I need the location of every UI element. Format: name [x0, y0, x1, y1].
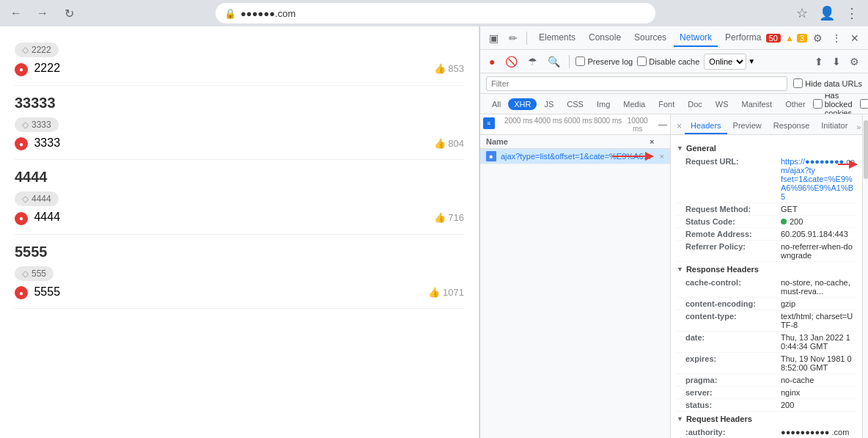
- profile-icon[interactable]: 👤: [817, 3, 837, 23]
- post-count-1: ● 2222: [15, 62, 60, 76]
- clear-button[interactable]: 🚫: [502, 54, 521, 69]
- hide-data-urls-checkbox[interactable]: [793, 79, 803, 88]
- inspect-element-button[interactable]: ▣: [486, 31, 501, 45]
- preserve-log-text: Preserve log: [587, 57, 633, 66]
- post-tags-1: ◇ 2222: [15, 43, 464, 57]
- tab-console[interactable]: Console: [583, 29, 627, 47]
- net-tab-manifest[interactable]: Manifest: [736, 98, 779, 110]
- net-tab-ws[interactable]: WS: [710, 98, 735, 110]
- throttle-select[interactable]: Online: [704, 54, 746, 70]
- detail-tab-response[interactable]: Response: [768, 118, 816, 134]
- network-row[interactable]: ■ ajax?type=list&offset=1&cate=%E9%A6%96…: [480, 149, 670, 164]
- error-badge-1: ●: [15, 63, 28, 76]
- filter-button[interactable]: ☂: [525, 54, 540, 69]
- like-icon-4: 👍: [428, 287, 440, 298]
- settings-button[interactable]: ⚙: [810, 31, 825, 45]
- network-row-close[interactable]: ×: [660, 152, 664, 161]
- post-item-2: 33333 ◇ 3333 ● 3333 👍 804: [15, 86, 464, 161]
- tab-elements[interactable]: Elements: [533, 29, 581, 47]
- net-tab-xhr[interactable]: XHR: [508, 98, 537, 110]
- status-code-label: Status Code:: [685, 217, 781, 226]
- more-options-button[interactable]: ⋮: [828, 31, 845, 45]
- tag-badge-2: ◇ 3333: [15, 117, 59, 132]
- blocked-requests-checkbox[interactable]: [860, 99, 868, 109]
- like-icon-1: 👍: [434, 63, 446, 74]
- detail-content: General Request URL: https://●●●●●●●●.co…: [671, 135, 862, 438]
- device-toolbar-button[interactable]: ✏: [506, 31, 521, 45]
- tab-sources[interactable]: Sources: [628, 29, 672, 47]
- network-settings-button[interactable]: ⚙: [847, 54, 862, 69]
- filter-input[interactable]: [486, 76, 787, 91]
- date-value: Thu, 13 Jan 2022 10:44:34 GMT: [781, 333, 856, 351]
- record-button[interactable]: ●: [486, 54, 498, 69]
- hide-data-urls-label[interactable]: Hide data URLs: [793, 79, 862, 88]
- devtools-toolbar: ▣ ✏ Elements Console Sources Network Per…: [480, 26, 868, 50]
- server-label: server:: [685, 388, 781, 397]
- remote-address-value: 60.205.91.184:443: [781, 230, 856, 238]
- search-button[interactable]: 🔍: [545, 54, 563, 69]
- has-blocked-cookies-text: Has blocked cookies: [825, 94, 853, 114]
- tag-text-4: 555: [32, 269, 46, 279]
- detail-more-tabs[interactable]: »: [853, 120, 862, 134]
- disable-cache-checkbox[interactable]: [637, 56, 647, 66]
- expires-row: expires: Thu, 19 Nov 1981 08:52:00 GMT: [677, 353, 856, 374]
- header-close-btn[interactable]: ×: [650, 137, 664, 146]
- authority-value: ●●●●●●●●●● .com: [781, 428, 856, 437]
- import-button[interactable]: ⬆: [812, 54, 826, 69]
- post-meta-3: ● 4444 👍 716: [15, 211, 464, 225]
- back-button[interactable]: ←: [6, 3, 26, 23]
- error-badge-2: ●: [15, 137, 28, 150]
- pragma-row: pragma: no-cache: [677, 374, 856, 387]
- authority-label: :authority:: [685, 428, 781, 437]
- net-tab-doc[interactable]: Doc: [682, 98, 708, 110]
- detail-close-button[interactable]: ×: [674, 118, 685, 134]
- tag-text-2: 3333: [32, 120, 51, 130]
- detail-tab-headers[interactable]: Headers: [685, 118, 727, 134]
- request-headers-section-header[interactable]: Request Headers: [677, 412, 856, 426]
- address-bar[interactable]: 🔒 ●●●●●●.com: [216, 3, 655, 23]
- request-method-value: GET: [781, 205, 856, 213]
- tab-performance[interactable]: Performance: [719, 29, 762, 47]
- net-tab-media[interactable]: Media: [617, 98, 651, 110]
- forward-button[interactable]: →: [32, 3, 53, 23]
- general-section-header[interactable]: General: [677, 141, 856, 156]
- has-blocked-cookies-checkbox[interactable]: [813, 99, 823, 109]
- count-text-2: 3333: [34, 136, 60, 149]
- timeline-icon: ≡: [483, 117, 495, 129]
- referrer-policy-row: Referrer Policy: no-referrer-when-downgr…: [677, 241, 856, 262]
- scrollbar-thumb[interactable]: [864, 120, 868, 179]
- detail-tab-initiator[interactable]: Initiator: [815, 118, 853, 134]
- disable-cache-label[interactable]: Disable cache: [637, 56, 699, 66]
- remote-address-row: Remote Address: 60.205.91.184:443: [677, 228, 856, 241]
- preserve-log-label[interactable]: Preserve log: [575, 56, 633, 66]
- blocked-requests-label[interactable]: Blocked Requests: [860, 95, 868, 113]
- reload-button[interactable]: ↻: [59, 3, 79, 23]
- timeline-label-3: 6000 ms: [563, 117, 593, 133]
- export-button[interactable]: ⬇: [829, 54, 844, 69]
- post-item-4: 5555 ◇ 555 ● 5555 👍 1071: [15, 235, 464, 310]
- remote-address-label: Remote Address:: [685, 230, 781, 238]
- net-tab-other[interactable]: Other: [779, 98, 812, 110]
- menu-icon[interactable]: ⋮: [842, 3, 862, 23]
- post-title-3: 4444: [15, 169, 464, 186]
- net-tab-all[interactable]: All: [486, 98, 507, 110]
- browser-actions: ☆ 👤 ⋮: [792, 3, 862, 23]
- toolbar-separator-1: [526, 32, 527, 45]
- detail-tab-preview[interactable]: Preview: [727, 118, 768, 134]
- response-headers-section-header[interactable]: Response Headers: [677, 262, 856, 277]
- net-tab-img[interactable]: Img: [591, 98, 616, 110]
- close-devtools-button[interactable]: ✕: [847, 31, 862, 45]
- tab-network[interactable]: Network: [674, 29, 718, 47]
- has-blocked-cookies-label[interactable]: Has blocked cookies: [813, 94, 853, 114]
- net-tab-js[interactable]: JS: [538, 98, 559, 110]
- tag-text-1: 2222: [32, 45, 51, 55]
- pragma-value: no-cache: [781, 376, 856, 384]
- toolbar-separator-2: [569, 55, 570, 68]
- net-tab-css[interactable]: CSS: [561, 98, 589, 110]
- net-tab-font[interactable]: Font: [652, 98, 680, 110]
- warn-count-badge: 3: [797, 34, 807, 43]
- preserve-log-checkbox[interactable]: [575, 56, 585, 66]
- browser-chrome: ← → ↻ 🔒 ●●●●●●.com ☆ 👤 ⋮: [0, 0, 868, 26]
- bookmark-icon[interactable]: ☆: [792, 3, 812, 23]
- detail-scrollbar[interactable]: [862, 114, 868, 438]
